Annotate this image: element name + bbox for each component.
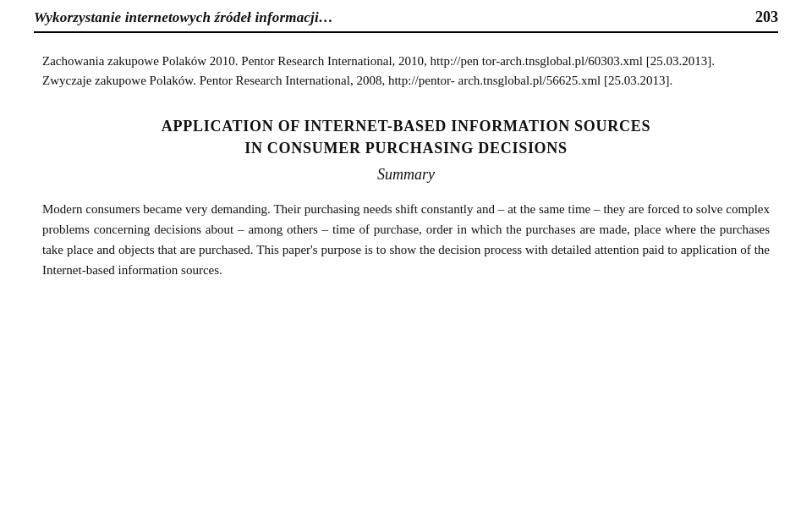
references-block: Zachowania zakupowe Polaków 2010. Pentor… [42, 52, 770, 91]
page-number: 203 [755, 8, 778, 26]
page-header: Wykorzystanie internetowych źródeł infor… [34, 0, 778, 33]
article-heading: APPLICATION OF INTERNET-BASED INFORMATIO… [42, 115, 770, 159]
article-subheading: Summary [42, 166, 770, 184]
heading-line2: IN CONSUMER PURCHASING DECISIONS [42, 137, 770, 159]
body-paragraph-1: Modern consumers became very demanding. … [42, 199, 770, 280]
reference-2: Zwyczaje zakupowe Polaków. Pentor Resear… [42, 71, 770, 91]
header-title: Wykorzystanie internetowych źródeł infor… [34, 9, 333, 26]
page: Wykorzystanie internetowych źródeł infor… [0, 0, 812, 523]
article-body: Modern consumers became very demanding. … [42, 199, 770, 280]
reference-1: Zachowania zakupowe Polaków 2010. Pentor… [42, 52, 770, 71]
heading-line1: APPLICATION OF INTERNET-BASED INFORMATIO… [42, 115, 770, 137]
page-content: Zachowania zakupowe Polaków 2010. Pentor… [34, 52, 778, 280]
